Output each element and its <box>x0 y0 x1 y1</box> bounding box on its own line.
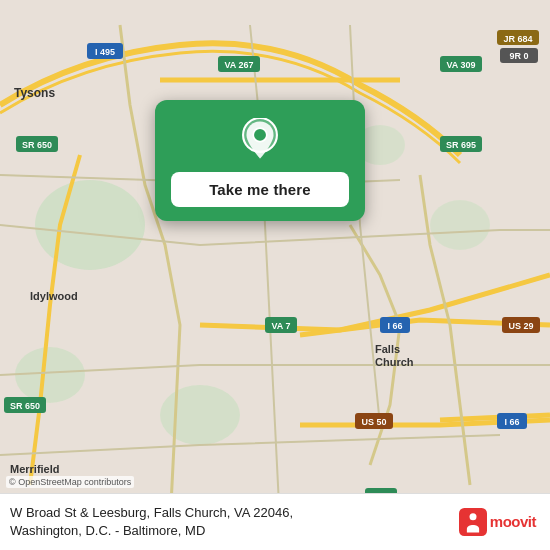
svg-text:Idylwood: Idylwood <box>30 290 78 302</box>
svg-text:JR 684: JR 684 <box>503 34 532 44</box>
address-text: W Broad St & Leesburg, Falls Church, VA … <box>10 504 459 540</box>
svg-text:I 66: I 66 <box>387 321 402 331</box>
svg-point-3 <box>430 200 490 250</box>
map-attribution: © OpenStreetMap contributors <box>6 476 134 488</box>
svg-point-4 <box>15 347 85 403</box>
svg-text:VA 309: VA 309 <box>446 60 475 70</box>
svg-text:SR 650: SR 650 <box>22 140 52 150</box>
take-me-there-button[interactable]: Take me there <box>171 172 349 207</box>
svg-point-2 <box>160 385 240 445</box>
location-card: Take me there <box>155 100 365 221</box>
svg-text:US 29: US 29 <box>508 321 533 331</box>
svg-point-42 <box>254 129 266 141</box>
svg-point-44 <box>469 513 476 520</box>
svg-text:Merrifield: Merrifield <box>10 463 60 475</box>
svg-text:9R 0: 9R 0 <box>509 51 528 61</box>
moovit-logo: moovit <box>459 508 536 536</box>
map-pin-icon <box>238 118 282 162</box>
svg-text:VA 267: VA 267 <box>224 60 253 70</box>
svg-text:I 66: I 66 <box>504 417 519 427</box>
svg-text:I 495: I 495 <box>95 47 115 57</box>
svg-point-1 <box>35 180 145 270</box>
svg-text:Church: Church <box>375 356 414 368</box>
moovit-logo-icon <box>459 508 487 536</box>
bottom-bar: W Broad St & Leesburg, Falls Church, VA … <box>0 493 550 550</box>
svg-text:SR 695: SR 695 <box>446 140 476 150</box>
map-container: I 495 VA 267 VA 309 SR 650 SR 695 VA 7 I… <box>0 0 550 550</box>
svg-text:VA 7: VA 7 <box>271 321 290 331</box>
svg-text:Falls: Falls <box>375 343 400 355</box>
map-roads: I 495 VA 267 VA 309 SR 650 SR 695 VA 7 I… <box>0 0 550 550</box>
moovit-text: moovit <box>490 513 536 530</box>
svg-text:Tysons: Tysons <box>14 86 55 100</box>
svg-text:SR 650: SR 650 <box>10 401 40 411</box>
svg-text:US 50: US 50 <box>361 417 386 427</box>
